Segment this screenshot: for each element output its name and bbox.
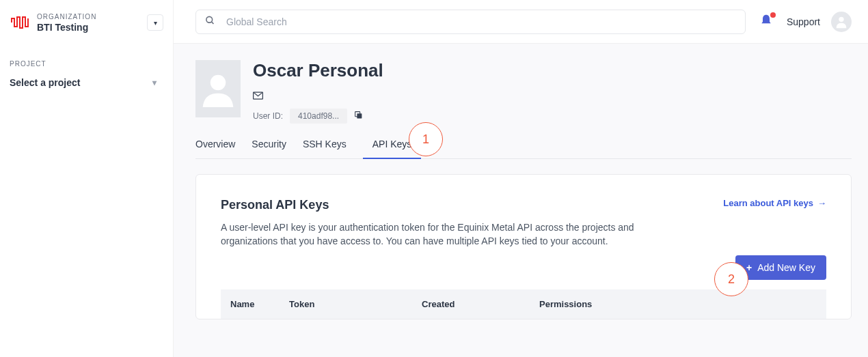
org-label: ORGANIZATION [37, 13, 140, 20]
plus-icon: + [746, 262, 752, 273]
userid-badge: 410adf98... [290, 109, 347, 124]
project-selector[interactable]: Select a project ▾ [10, 77, 163, 88]
svg-point-3 [211, 75, 226, 91]
search-icon [205, 15, 215, 28]
tab-security[interactable]: Security [252, 139, 286, 158]
callout-marker-1: 1 [409, 122, 443, 156]
chevron-down-icon: ▾ [152, 78, 157, 87]
col-permissions: Permissions [539, 299, 817, 309]
profile-tabs: Overview Security SSH Keys API Keys 1 [195, 139, 852, 159]
project-label: PROJECT [10, 60, 163, 68]
svg-rect-5 [357, 113, 362, 118]
project-select-text: Select a project [10, 77, 81, 88]
userid-value: 410adf98... [298, 111, 339, 121]
col-name: Name [230, 299, 289, 309]
org-selector[interactable]: ORGANIZATION BTI Testing ▾ [10, 12, 163, 33]
svg-line-1 [211, 21, 213, 23]
add-key-label: Add New Key [757, 262, 815, 273]
equinix-logo [10, 12, 30, 33]
user-header: Oscar Personal User ID: 410adf98... [195, 60, 852, 124]
search-input[interactable] [195, 10, 746, 34]
col-token: Token [289, 299, 422, 309]
user-avatar-large [195, 60, 241, 117]
notification-dot [770, 12, 776, 18]
api-keys-panel: Personal API Keys Learn about API keys →… [195, 174, 852, 319]
org-dropdown-toggle[interactable]: ▾ [147, 14, 163, 31]
user-display-name: Oscar Personal [253, 60, 383, 81]
svg-point-2 [839, 16, 843, 21]
caret-down-icon: ▾ [154, 19, 157, 27]
learn-link-text: Learn about API keys [723, 198, 813, 208]
support-link[interactable]: Support [787, 16, 820, 27]
col-created: Created [422, 299, 539, 309]
arrow-right-icon: → [817, 198, 826, 208]
topbar: Support [174, 0, 868, 44]
email-field[interactable] [269, 89, 357, 103]
svg-point-0 [206, 16, 213, 23]
org-name: BTI Testing [37, 22, 140, 33]
sidebar: ORGANIZATION BTI Testing ▾ PROJECT Selec… [0, 0, 174, 357]
learn-about-api-keys-link[interactable]: Learn about API keys → [723, 198, 826, 208]
avatar-icon [834, 14, 849, 29]
callout-marker-2: 2 [714, 262, 748, 296]
tab-overview[interactable]: Overview [195, 139, 235, 158]
panel-title: Personal API Keys [221, 198, 329, 212]
tab-ssh-keys[interactable]: SSH Keys [303, 139, 347, 158]
email-icon [253, 91, 263, 102]
user-avatar-menu[interactable] [831, 12, 852, 32]
panel-description: A user-level API key is your authenticat… [221, 220, 645, 248]
notifications-button[interactable] [757, 14, 776, 30]
copy-userid-button[interactable] [354, 111, 363, 122]
userid-label: User ID: [253, 111, 283, 121]
add-new-key-button[interactable]: + Add New Key [735, 255, 826, 280]
